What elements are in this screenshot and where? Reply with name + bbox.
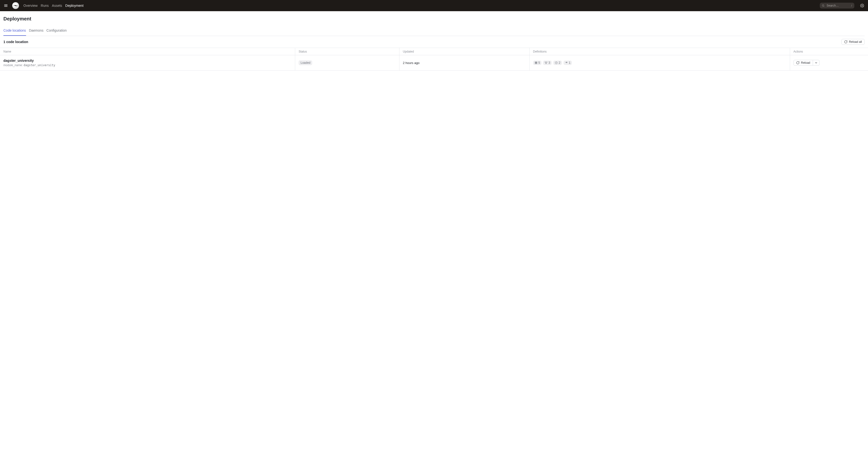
code-location-name[interactable]: dagster_university [3,59,291,63]
search-icon [822,4,825,7]
schedules-pill[interactable]: 2 [553,61,562,65]
svg-rect-7 [535,62,536,63]
svg-rect-9 [535,63,536,64]
column-definitions: Definitions [529,48,790,55]
nav-deployment[interactable]: Deployment [65,4,84,7]
dagster-logo[interactable] [12,2,19,9]
reload-all-label: Reload all [849,40,862,43]
table-row: dagster_university module_name: dagster_… [0,55,868,71]
search-box[interactable]: / [820,3,855,8]
topbar: Overview Runs Assets Deployment / [0,0,868,11]
jobs-icon [545,61,548,64]
page-title: Deployment [3,16,865,22]
nav-menu-button[interactable] [2,2,9,9]
updated-time: 2 hours ago [403,61,420,65]
svg-point-11 [545,62,546,63]
code-location-count: 1 code location [3,40,841,44]
reload-icon [844,40,847,43]
code-location-module: module_name: dagster_university [3,64,291,67]
top-nav: Overview Runs Assets Deployment [23,4,84,7]
reload-label: Reload [801,61,810,65]
svg-rect-10 [536,63,537,64]
column-actions: Actions [790,48,868,55]
nav-overview[interactable]: Overview [23,4,37,7]
assets-count: 5 [538,61,540,65]
clock-icon [555,61,558,64]
reload-button[interactable]: Reload [794,60,813,66]
schedules-count: 2 [559,61,560,65]
svg-point-4 [822,5,824,6]
svg-rect-8 [536,62,537,63]
module-label: module_name: [3,64,23,67]
column-status: Status [295,48,399,55]
column-updated: Updated [399,48,529,55]
search-input[interactable] [826,4,849,7]
module-value: dagster_university [24,64,55,67]
row-actions: Reload [794,60,865,66]
svg-point-6 [862,5,863,6]
svg-point-15 [566,63,567,63]
row-actions-dropdown[interactable] [813,60,819,66]
sensors-count: 1 [569,61,570,65]
svg-point-12 [547,62,547,63]
code-locations-table: Name Status Updated Definitions Actions … [0,48,868,71]
code-locations-toolbar: 1 code location Reload all [0,36,868,48]
search-shortcut-hint: / [851,4,852,7]
reload-icon [796,61,800,65]
jobs-count: 3 [549,61,550,65]
settings-button[interactable] [859,2,866,9]
sensors-pill[interactable]: 1 [564,61,572,65]
chevron-down-icon [814,61,818,65]
svg-point-3 [15,5,16,6]
status-badge: Loaded [299,60,312,65]
jobs-pill[interactable]: 3 [543,61,552,65]
nav-runs[interactable]: Runs [41,4,49,7]
column-name: Name [0,48,295,55]
reload-all-button[interactable]: Reload all [841,39,865,45]
svg-point-13 [546,63,547,64]
assets-pill[interactable]: 5 [533,61,541,65]
definition-pills: 5 3 2 1 [533,61,786,65]
tab-daemons[interactable]: Daemons [29,26,43,36]
sensor-icon [565,61,568,64]
tab-configuration[interactable]: Configuration [46,26,67,36]
nav-assets[interactable]: Assets [52,4,62,7]
tab-code-locations[interactable]: Code locations [3,26,26,36]
assets-icon [535,61,537,64]
deployment-tabs: Code locations Daemons Configuration [3,26,865,36]
svg-line-5 [824,6,825,7]
